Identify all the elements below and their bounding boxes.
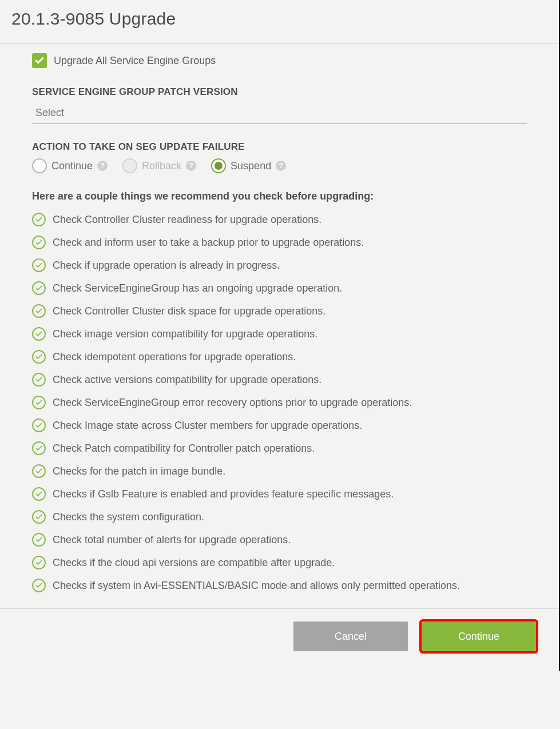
check-pass-icon	[32, 556, 46, 569]
check-pass-icon	[32, 350, 46, 364]
list-item: Check Controller Cluster readiness for u…	[32, 213, 527, 226]
radio-suspend-label: Suspend	[231, 160, 271, 172]
checkmark-icon	[32, 53, 47, 68]
list-item: Check ServiceEngineGroup error recovery …	[32, 396, 527, 409]
failure-action-label: ACTION TO TAKE ON SEG UPDATE FAILURE	[32, 141, 527, 153]
list-item: Check Image state across Cluster members…	[32, 419, 527, 432]
check-pass-icon	[32, 304, 46, 318]
list-item: Check Patch compatibility for Controller…	[32, 441, 527, 455]
check-pass-icon	[32, 327, 46, 341]
check-pass-icon	[32, 441, 46, 455]
check-item-text: Check Controller Cluster disk space for …	[53, 305, 325, 317]
check-pass-icon	[32, 258, 46, 272]
check-item-text: Checks if system in Avi-ESSENTIALS/BASIC…	[53, 580, 460, 592]
list-item: Checks if the cloud api versions are com…	[32, 556, 527, 569]
upgrade-all-label: Upgrade All Service Engine Groups	[54, 55, 216, 67]
list-item: Check ServiceEngineGroup has an ongoing …	[32, 281, 527, 295]
recommend-list: Check Controller Cluster readiness for u…	[32, 213, 527, 592]
list-item: Checks the system configuration.	[32, 510, 527, 524]
footer: Cancel Continue	[0, 608, 559, 671]
radio-continue[interactable]: Continue ?	[32, 158, 108, 173]
list-item: Checks for the patch in image bundle.	[32, 464, 527, 478]
radio-rollback-label: Rollback	[142, 160, 181, 172]
check-item-text: Check Controller Cluster readiness for u…	[53, 214, 321, 226]
check-item-text: Check image version compatibility for up…	[53, 328, 317, 340]
list-item: Check if upgrade operation is already in…	[32, 258, 527, 272]
list-item: Check image version compatibility for up…	[32, 327, 527, 341]
check-item-text: Check active versions compatibility for …	[53, 374, 321, 386]
check-pass-icon	[32, 419, 46, 432]
patch-version-label: SERVICE ENGINE GROUP PATCH VERSION	[32, 86, 527, 98]
check-pass-icon	[32, 487, 46, 501]
cancel-button[interactable]: Cancel	[293, 622, 408, 651]
failure-action-group: Continue ? Rollback ? Suspend ?	[32, 158, 527, 173]
list-item: Check active versions compatibility for …	[32, 373, 527, 387]
list-item: Check Controller Cluster disk space for …	[32, 304, 527, 318]
check-pass-icon	[32, 464, 46, 478]
list-item: Check and inform user to take a backup p…	[32, 236, 527, 249]
check-item-text: Check if upgrade operation is already in…	[53, 260, 280, 272]
check-item-text: Checks for the patch in image bundle.	[53, 465, 225, 477]
radio-continue-label: Continue	[51, 160, 93, 172]
check-item-text: Check Image state across Cluster members…	[53, 420, 362, 432]
radio-icon	[32, 158, 47, 173]
list-item: Check total number of alerts for upgrade…	[32, 533, 527, 547]
check-pass-icon	[32, 281, 46, 295]
check-item-text: Check total number of alerts for upgrade…	[53, 534, 291, 546]
help-icon[interactable]: ?	[186, 161, 196, 171]
list-item: Checks if system in Avi-ESSENTIALS/BASIC…	[32, 579, 527, 592]
radio-suspend[interactable]: Suspend ?	[211, 158, 286, 173]
check-item-text: Check Patch compatibility for Controller…	[53, 443, 315, 455]
check-item-text: Check and inform user to take a backup p…	[53, 237, 364, 249]
upgrade-all-checkbox[interactable]: Upgrade All Service Engine Groups	[32, 53, 527, 68]
check-item-text: Check ServiceEngineGroup error recovery …	[53, 397, 412, 409]
check-pass-icon	[32, 579, 46, 592]
radio-rollback[interactable]: Rollback ?	[122, 158, 196, 173]
recommend-intro: Here are a couple things we recommend yo…	[32, 190, 527, 202]
check-item-text: Check idempotent operations for upgrade …	[53, 351, 296, 363]
radio-icon	[122, 158, 137, 173]
list-item: Checks if Gslb Feature is enabled and pr…	[32, 487, 527, 501]
patch-version-select[interactable]	[32, 103, 527, 124]
check-item-text: Checks if the cloud api versions are com…	[53, 557, 335, 569]
check-pass-icon	[32, 236, 46, 249]
help-icon[interactable]: ?	[276, 161, 286, 171]
check-pass-icon	[32, 533, 46, 547]
check-item-text: Checks the system configuration.	[53, 511, 204, 523]
check-pass-icon	[32, 396, 46, 409]
continue-button[interactable]: Continue	[422, 622, 536, 651]
check-pass-icon	[32, 373, 46, 387]
radio-icon	[211, 158, 226, 173]
check-item-text: Checks if Gslb Feature is enabled and pr…	[53, 488, 394, 500]
check-pass-icon	[32, 213, 46, 226]
page-title: 20.1.3-9085 Upgrade	[11, 9, 547, 29]
check-pass-icon	[32, 510, 46, 524]
help-icon[interactable]: ?	[97, 161, 108, 171]
list-item: Check idempotent operations for upgrade …	[32, 350, 527, 364]
check-item-text: Check ServiceEngineGroup has an ongoing …	[53, 282, 342, 294]
